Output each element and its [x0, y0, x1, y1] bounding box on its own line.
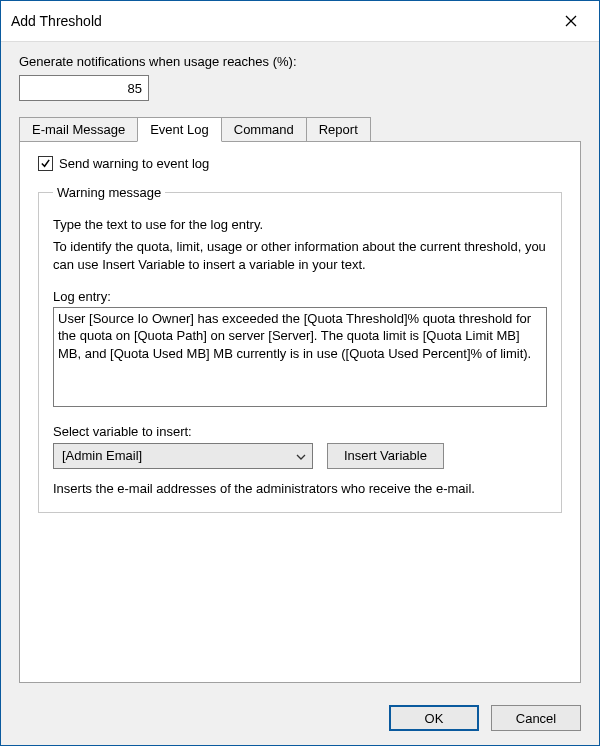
close-icon	[565, 15, 577, 27]
log-entry-textarea[interactable]	[53, 307, 547, 407]
checkmark-icon	[40, 158, 51, 169]
variable-select[interactable]: [Admin Email]	[53, 443, 313, 469]
warning-message-group: Warning message Type the text to use for…	[38, 185, 562, 513]
log-entry-label: Log entry:	[53, 289, 547, 304]
close-button[interactable]	[551, 7, 591, 35]
generate-label: Generate notifications when usage reache…	[19, 54, 581, 69]
usage-percent-input[interactable]	[19, 75, 149, 101]
dialog-content: Generate notifications when usage reache…	[1, 42, 599, 693]
variable-description: Inserts the e-mail addresses of the admi…	[53, 481, 547, 496]
variable-select-value: [Admin Email]	[62, 448, 142, 463]
variable-row: [Admin Email] Insert Variable	[53, 443, 547, 469]
chevron-down-icon	[296, 448, 306, 463]
instruction-line-1: Type the text to use for the log entry.	[53, 216, 547, 234]
insert-variable-button[interactable]: Insert Variable	[327, 443, 444, 469]
warning-legend: Warning message	[53, 185, 165, 200]
send-warning-label: Send warning to event log	[59, 156, 209, 171]
instruction-line-2: To identify the quota, limit, usage or o…	[53, 238, 547, 274]
send-warning-checkbox[interactable]	[38, 156, 53, 171]
dialog-button-bar: OK Cancel	[1, 693, 599, 745]
tab-email-message[interactable]: E-mail Message	[19, 117, 138, 141]
tab-event-log[interactable]: Event Log	[137, 117, 222, 142]
tab-report[interactable]: Report	[306, 117, 371, 141]
tab-panel-event-log: Send warning to event log Warning messag…	[19, 141, 581, 683]
window-title: Add Threshold	[11, 13, 102, 29]
send-warning-row: Send warning to event log	[38, 156, 562, 171]
ok-button[interactable]: OK	[389, 705, 479, 731]
tabs: E-mail Message Event Log Command Report	[19, 117, 581, 141]
tab-command[interactable]: Command	[221, 117, 307, 141]
titlebar: Add Threshold	[1, 1, 599, 42]
cancel-button[interactable]: Cancel	[491, 705, 581, 731]
select-variable-label: Select variable to insert:	[53, 424, 547, 439]
